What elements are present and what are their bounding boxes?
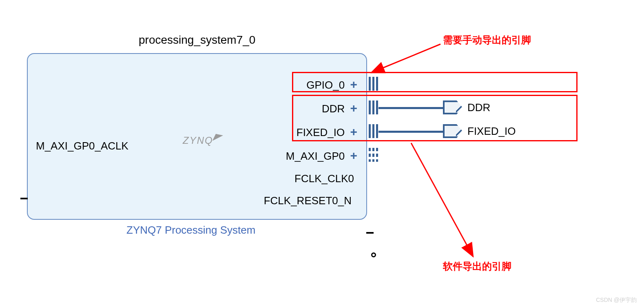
port-stub-fclk-clk0 [366, 232, 374, 234]
port-label: M_AXI_GP0 [286, 150, 345, 162]
port-label: FCLK_RESET0_N [264, 194, 352, 207]
annotation-box-software [292, 95, 578, 141]
port-label: FCLK_CLK0 [294, 172, 354, 185]
bus-rail-m-axi-gp0 [369, 148, 378, 162]
annotation-label-manual: 需要手动导出的引脚 [443, 33, 531, 47]
port-m-axi-gp0[interactable]: M_AXI_GP0 + [286, 149, 357, 163]
port-label: M_AXI_GP0_ACLK [36, 140, 128, 152]
watermark: CSDN @伊宇韵 [596, 297, 637, 304]
ip-subtitle: ZYNQ7 Processing System [126, 224, 255, 237]
port-negation-icon [371, 252, 376, 257]
arrow-software [411, 143, 473, 257]
arrow-manual [371, 44, 440, 73]
port-fclk-clk0[interactable]: FCLK_CLK0 [294, 172, 354, 185]
expand-icon[interactable]: + [350, 149, 357, 162]
port-stub-left [20, 198, 28, 199]
ip-instance-name: processing_system7_0 [139, 33, 255, 47]
annotation-box-manual [292, 72, 578, 92]
diagram-canvas: processing_system7_0 M_AXI_GP0_ACLK ZYNQ… [0, 0, 644, 308]
port-m-axi-gp0-aclk[interactable]: M_AXI_GP0_ACLK [36, 140, 128, 152]
zynq-logo: ZYNQ◤ [183, 135, 221, 146]
logo-accent-icon: ◤ [212, 131, 222, 144]
annotation-label-software: 软件导出的引脚 [443, 260, 511, 273]
port-fclk-reset0-n[interactable]: FCLK_RESET0_N [264, 194, 352, 207]
logo-text: ZYNQ [183, 135, 213, 146]
